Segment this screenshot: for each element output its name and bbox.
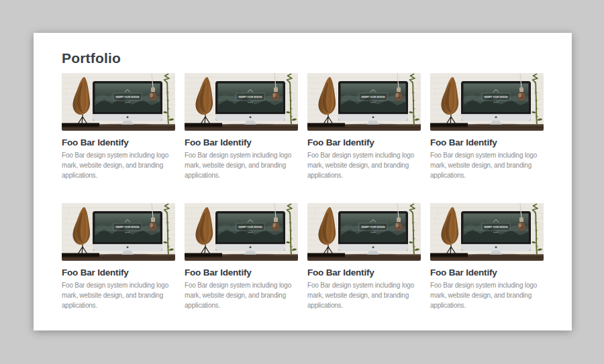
portfolio-item-description: Foo Bar design system including logo mar… xyxy=(430,150,544,180)
imac-mockup-image xyxy=(307,73,421,131)
portfolio-thumbnail[interactable] xyxy=(185,203,298,261)
portfolio-item[interactable]: Foo Bar Identify Foo Bar design system i… xyxy=(430,73,544,180)
imac-mockup-image xyxy=(185,203,298,261)
portfolio-item[interactable]: Foo Bar Identify Foo Bar design system i… xyxy=(185,73,298,180)
page-title: Portfolio xyxy=(62,50,544,66)
portfolio-item-title: Foo Bar Identify xyxy=(185,267,298,278)
imac-mockup-image xyxy=(62,203,175,261)
portfolio-item-title: Foo Bar Identify xyxy=(307,137,421,148)
imac-mockup-image xyxy=(185,73,298,131)
portfolio-thumbnail[interactable] xyxy=(430,73,544,131)
imac-mockup-image xyxy=(430,73,544,131)
portfolio-panel: Portfolio Foo Bar Identify Foo Bar desig… xyxy=(34,33,572,330)
page: { "colors": { "page_background": "#cacac… xyxy=(0,0,604,364)
imac-mockup-image xyxy=(430,203,544,261)
portfolio-item-title: Foo Bar Identify xyxy=(430,137,544,148)
portfolio-item-title: Foo Bar Identify xyxy=(307,267,421,278)
portfolio-item-title: Foo Bar Identify xyxy=(62,267,175,278)
portfolio-item-title: Foo Bar Identify xyxy=(62,137,175,148)
portfolio-item-description: Foo Bar design system including logo mar… xyxy=(307,150,421,180)
portfolio-item[interactable]: Foo Bar Identify Foo Bar design system i… xyxy=(307,203,421,310)
portfolio-thumbnail[interactable] xyxy=(430,203,544,261)
portfolio-item-title: Foo Bar Identify xyxy=(185,137,298,148)
portfolio-thumbnail[interactable] xyxy=(62,203,175,261)
portfolio-item[interactable]: Foo Bar Identify Foo Bar design system i… xyxy=(62,203,175,310)
portfolio-thumbnail[interactable] xyxy=(307,203,421,261)
portfolio-item-description: Foo Bar design system including logo mar… xyxy=(185,280,298,310)
portfolio-item-description: Foo Bar design system including logo mar… xyxy=(307,280,421,310)
portfolio-item[interactable]: Foo Bar Identify Foo Bar design system i… xyxy=(307,73,421,180)
imac-mockup-image xyxy=(307,203,421,261)
portfolio-thumbnail[interactable] xyxy=(62,73,175,131)
imac-mockup-image xyxy=(62,73,175,131)
portfolio-item-description: Foo Bar design system including logo mar… xyxy=(62,150,175,180)
portfolio-item-description: Foo Bar design system including logo mar… xyxy=(62,280,175,310)
portfolio-item[interactable]: Foo Bar Identify Foo Bar design system i… xyxy=(62,73,175,180)
portfolio-grid: Foo Bar Identify Foo Bar design system i… xyxy=(62,73,544,310)
portfolio-item[interactable]: Foo Bar Identify Foo Bar design system i… xyxy=(185,203,298,310)
portfolio-item-title: Foo Bar Identify xyxy=(430,267,544,278)
portfolio-thumbnail[interactable] xyxy=(307,73,421,131)
portfolio-thumbnail[interactable] xyxy=(185,73,298,131)
portfolio-item-description: Foo Bar design system including logo mar… xyxy=(430,280,544,310)
portfolio-item-description: Foo Bar design system including logo mar… xyxy=(185,150,298,180)
portfolio-item[interactable]: Foo Bar Identify Foo Bar design system i… xyxy=(430,203,544,310)
